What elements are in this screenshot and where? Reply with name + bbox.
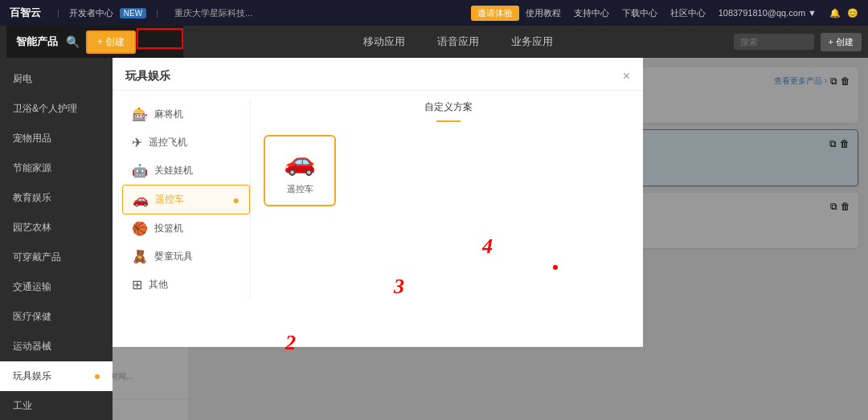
product-car-icon: 🚗 [284,146,316,177]
community-link[interactable]: 社区中心 [670,7,706,19]
modal-title: 玩具娱乐 [125,69,170,84]
user-avatar-icon[interactable]: 😊 [847,8,858,18]
divider [436,120,461,122]
dev-center-link[interactable]: 开发者中心 [69,7,113,19]
subcat-mahjong-label: 麻将机 [154,108,183,121]
notification-icon[interactable]: 🔔 [829,8,841,18]
mobile-app-link[interactable]: 移动应用 [363,35,405,49]
search-icon[interactable]: 🔍 [66,35,80,48]
subcat-mahjong[interactable]: 🎰 麻将机 [122,100,250,128]
center-nav-links: 移动应用 语音应用 业务应用 [183,35,734,49]
subcat-other[interactable]: ⊞ 其他 [122,271,250,299]
second-nav-bar: 智能产品 🔍 + 创建 移动应用 语音应用 业务应用 + 创建 [0,26,868,58]
category-item-kitchen[interactable]: 厨电 [0,64,113,94]
category-item-pet[interactable]: 宠物用品 [0,124,113,153]
product-grid: 自定义方案 🚗 遥控车 [264,100,633,299]
subcat-other-label: 其他 [149,278,168,292]
user-info[interactable]: 1083791810@qq.com ▼ [719,8,817,18]
top-nav-bar: 百智云 | 开发者中心 NEW | 重庆大学星际科技... 邀请体验 使用教程 … [0,0,868,26]
subcat-doll-label: 关娃娃机 [154,164,193,177]
category-item-sports[interactable]: 运动器械 [0,332,113,361]
tutorial-link[interactable]: 使用教程 [526,7,561,19]
other-icon: ⊞ [132,277,142,292]
category-item-toys[interactable]: 玩具娱乐 [0,361,113,391]
new-tag: NEW [120,8,146,18]
subcat-basketball-label: 投篮机 [154,222,183,235]
right-create-btn[interactable]: + 创建 [821,33,862,51]
subcat-baby[interactable]: 🧸 婴童玩具 [122,243,250,271]
category-item-transport[interactable]: 交通运输 [0,272,113,302]
subcat-plane[interactable]: ✈ 遥控飞机 [122,128,250,157]
baby-icon: 🧸 [132,249,148,264]
category-item-energy[interactable]: 节能家源 [0,153,113,183]
invite-btn[interactable]: 邀请体验 [471,6,519,21]
separator2: | [156,8,158,18]
breadcrumb: 重庆大学星际科技... [174,7,252,19]
car-icon: 🚗 [133,192,149,207]
logo: 百智云 [10,6,41,20]
plane-icon: ✈ [132,135,142,150]
category-item-garden[interactable]: 园艺农林 [0,213,113,243]
category-panel: 厨电 卫浴&个人护理 宠物用品 节能家源 教育娱乐 园艺农林 可穿戴产品 交通运… [0,58,113,420]
category-item-bathroom[interactable]: 卫浴&个人护理 [0,94,113,124]
doll-icon: 🤖 [132,163,148,178]
separator: | [57,8,59,18]
support-link[interactable]: 支持中心 [574,7,609,19]
modal-body: 🎰 麻将机 ✈ 遥控飞机 🤖 关娃娃机 🚗 遥控车 ● [113,91,643,308]
main-area: 开发中 已发布 回收站 📱 智能养护系统 ★ 设备ID: 0x8042F4C3 … [0,58,868,420]
category-item-wearable[interactable]: 可穿戴产品 [0,243,113,272]
product-section: 智能产品 🔍 + 创建 [6,26,183,58]
right-nav-section: + 创建 [734,33,862,51]
category-item-education[interactable]: 教育娱乐 [0,183,113,213]
modal-header: 玩具娱乐 × [113,58,643,91]
category-item-industry[interactable]: 工业 [0,391,113,420]
modal-close-btn[interactable]: × [623,69,630,84]
product-car-label: 遥控车 [287,183,313,195]
category-item-medical[interactable]: 医疗保健 [0,302,113,332]
add-create-btn[interactable]: + 创建 [86,31,136,54]
overlay: 厨电 卫浴&个人护理 宠物用品 节能家源 教育娱乐 园艺农林 可穿戴产品 交通运… [0,58,868,420]
subcat-car[interactable]: 🚗 遥控车 ● [122,185,250,214]
subcat-basketball[interactable]: 🏀 投篮机 [122,214,250,243]
category-item-toys-label: 玩具娱乐 [13,369,51,383]
subcat-baby-label: 婴童玩具 [154,250,193,263]
business-app-link[interactable]: 业务应用 [511,35,553,49]
subcat-plane-label: 遥控飞机 [149,136,187,149]
voice-app-link[interactable]: 语音应用 [437,35,479,49]
product-label: 智能产品 [16,35,58,49]
top-nav-links: 使用教程 支持中心 下载中心 社区中心 [526,7,706,19]
subcat-doll[interactable]: 🤖 关娃娃机 [122,157,250,185]
mahjong-icon: 🎰 [132,107,148,122]
subcat-car-label: 遥控车 [155,193,184,206]
download-link[interactable]: 下载中心 [622,7,657,19]
basketball-icon: 🏀 [132,221,148,236]
selected-dot [95,374,100,379]
right-search-input[interactable] [734,34,814,50]
selected-check-icon: ● [233,194,240,206]
subcategory-list: 🎰 麻将机 ✈ 遥控飞机 🤖 关娃娃机 🚗 遥控车 ● [122,100,251,299]
custom-label: 自定义方案 [264,100,633,114]
product-card-car[interactable]: 🚗 遥控车 [264,135,336,206]
top-nav-icons: 🔔 😊 [829,8,858,18]
modal-box: 玩具娱乐 × 🎰 麻将机 ✈ 遥控飞机 🤖 关娃娃机 [113,58,643,347]
